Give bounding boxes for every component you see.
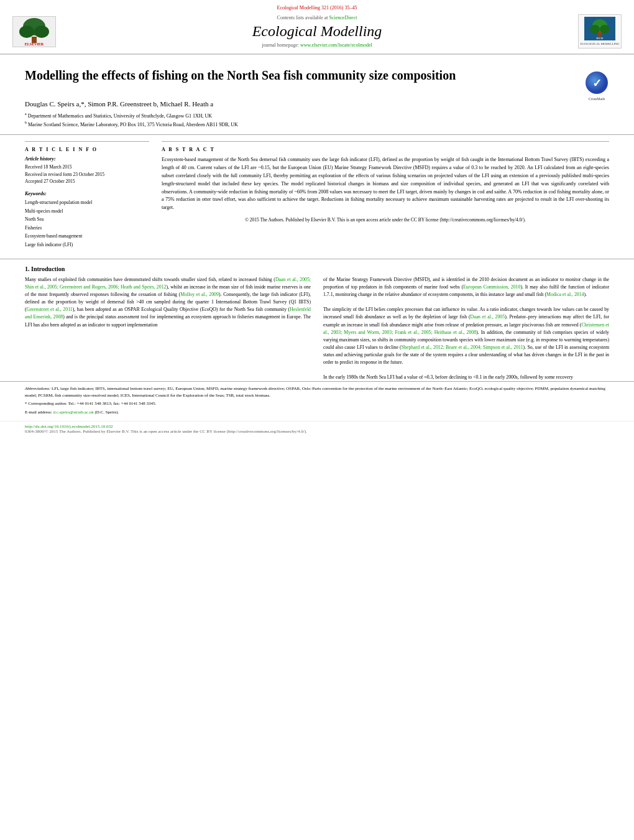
article-info-abstract-row: A R T I C L E I N F O Article history: R… — [0, 135, 634, 255]
accepted-date: Accepted 27 October 2015 — [25, 178, 149, 185]
sciencedirect-link[interactable]: ScienceDirect — [329, 15, 357, 21]
ref-eu-commission-2010[interactable]: European Commission, 2010 — [463, 284, 520, 290]
keywords-block: Keywords: Length-structured population m… — [25, 191, 149, 249]
ref-modica-2014[interactable]: Modica et al., 2014 — [546, 292, 584, 297]
journal-title: Ecological Modelling — [68, 23, 566, 40]
eco-logo-text: ECOLOGICAL MODELLING — [581, 42, 620, 47]
page-container: Ecological Modelling 321 (2016) 35–45 EL… — [0, 0, 634, 840]
keyword-1: Length-structured population model — [25, 198, 149, 207]
keyword-4: Fisheries — [25, 224, 149, 233]
article-history-block: Article history: Received 18 March 2015 … — [25, 156, 149, 185]
ref-heath-2012[interactable]: Heath and Speirs, 2012 — [121, 284, 167, 290]
abstract-label: A B S T R A C T — [162, 147, 609, 152]
affiliations: a Department of Mathematics and Statisti… — [25, 111, 609, 128]
footer-doi: http://dx.doi.org/10.1016/j.ecolmodel.20… — [25, 424, 609, 429]
affiliation-a: a Department of Mathematics and Statisti… — [25, 111, 609, 120]
footer-bar: http://dx.doi.org/10.1016/j.ecolmodel.20… — [0, 421, 634, 436]
affiliation-b-text: Marine Scotland Science, Marine Laborato… — [28, 121, 238, 127]
journal-header: Ecological Modelling 321 (2016) 35–45 EL… — [0, 0, 634, 55]
email-label: E-mail address: — [25, 410, 52, 415]
doi-link[interactable]: http://dx.doi.org/10.1016/j.ecolmodel.20… — [25, 424, 113, 429]
keywords-list: Length-structured population model Multi… — [25, 198, 149, 249]
svg-rect-10 — [598, 32, 602, 37]
elsevier-logo: ELSEVIER — [12, 16, 56, 47]
abbreviations-label: Abbreviations: — [25, 386, 50, 391]
article-header: Modelling the effects of fishing on the … — [0, 55, 634, 135]
article-title-row: Modelling the effects of fishing on the … — [25, 67, 609, 95]
body-right-text: of the Marine Strategy Framework Directi… — [323, 276, 609, 381]
journal-ref: Ecological Modelling 321 (2016) 35–45 — [12, 5, 622, 11]
abstract-text: Ecosystem-based management of the North … — [162, 156, 609, 212]
copyright-text: © 2015 The Authors. Published by Elsevie… — [162, 217, 609, 223]
journal-ref-text: Ecological Modelling 321 (2016) 35–45 — [277, 5, 357, 11]
svg-text:ECO: ECO — [597, 37, 604, 40]
authors: Douglas C. Speirs a,*, Simon P.R. Greens… — [25, 100, 609, 108]
abbreviations-text: LFI, large fish indicator; IBTS, interna… — [25, 386, 605, 398]
corresponding-text: * Corresponding author. Tel.: +44 0141 5… — [25, 401, 156, 406]
email-name: (D.C. Speirs). — [94, 410, 119, 415]
footer-issn: 0304-3800/© 2015 The Authors. Published … — [25, 429, 609, 434]
body-content: 1. Introduction Many studies of exploite… — [0, 259, 634, 381]
ref-christensen-2003[interactable]: Christensen et al., 2003; Myers and Worm… — [323, 322, 609, 335]
eco-logo-inner: ECO ECOLOGICAL MODELLING — [581, 17, 620, 47]
article-info-label: A R T I C L E I N F O — [25, 147, 149, 152]
journal-homepage: journal homepage: www.elsevier.com/locat… — [68, 42, 566, 48]
abbreviations-footnote: Abbreviations: LFI, large fish indicator… — [25, 385, 609, 399]
svg-point-2 — [19, 25, 34, 38]
homepage-text: journal homepage: — [262, 42, 299, 48]
ref-shephard-2012[interactable]: Shephard et al., 2012; Beare et al., 200… — [402, 344, 523, 350]
ref-molloy-2009[interactable]: Molloy et al., 2009 — [180, 292, 219, 297]
ref-daan-2005[interactable]: Daan et al., 2005; Shin et al., 2005; Gr… — [25, 277, 311, 290]
eco-logo: ECO ECOLOGICAL MODELLING — [578, 14, 622, 48]
received-date: Received 18 March 2015 — [25, 164, 149, 170]
svg-point-3 — [34, 25, 49, 38]
abstract-section: A B S T R A C T Ecosystem-based manageme… — [162, 141, 609, 255]
crossmark-label: CrossMark — [584, 97, 609, 101]
svg-text:ELSEVIER: ELSEVIER — [25, 42, 44, 46]
contents-available: Contents lists available at ScienceDirec… — [68, 15, 566, 21]
corresponding-footnote: * Corresponding author. Tel.: +44 0141 5… — [25, 400, 609, 407]
elsevier-logo-box: ELSEVIER — [12, 16, 56, 47]
history-title: Article history: — [25, 156, 149, 162]
article-title: Modelling the effects of fishing on the … — [25, 67, 456, 83]
affiliation-b: b Marine Scotland Science, Marine Labora… — [25, 120, 609, 129]
email-footnote: E-mail address: d.c.speirs@strath.ac.uk … — [25, 409, 609, 416]
ref-daan-2005-2[interactable]: Daan et al., 2005 — [471, 314, 505, 320]
keyword-3: North Sea — [25, 215, 149, 224]
footnotes: Abbreviations: LFI, large fish indicator… — [0, 381, 634, 421]
body-right-col: of the Marine Strategy Framework Directi… — [323, 276, 609, 381]
authors-text: Douglas C. Speirs a,*, Simon P.R. Greens… — [25, 100, 213, 108]
homepage-link[interactable]: www.elsevier.com/locate/ecolmodel — [300, 42, 372, 48]
crossmark-svg: ✓ — [584, 70, 609, 95]
ref-greenstreet-2011[interactable]: Greenstreet et al., 2011 — [27, 307, 73, 312]
eco-logo-icon: ECO — [584, 17, 615, 40]
revised-date: Received in revised form 23 October 2015 — [25, 171, 149, 178]
elsevier-tree-icon: ELSEVIER — [13, 17, 55, 47]
keyword-5: Ecosystem-based management — [25, 232, 149, 241]
copyright-span: © 2015 The Authors. Published by Elsevie… — [245, 217, 526, 223]
journal-center: Contents lists available at ScienceDirec… — [56, 15, 578, 48]
keyword-2: Multi-species model — [25, 207, 149, 216]
keywords-title: Keywords: — [25, 191, 149, 196]
svg-text:✓: ✓ — [592, 77, 602, 90]
crossmark-icon[interactable]: ✓ CrossMark — [584, 70, 609, 95]
body-left-text: Many studies of exploited fish communiti… — [25, 276, 311, 329]
body-left-col: Many studies of exploited fish communiti… — [25, 276, 311, 381]
section1-header: 1. Introduction — [25, 265, 609, 272]
article-info: A R T I C L E I N F O Article history: R… — [25, 141, 149, 255]
affiliation-a-text: Department of Mathematics and Statistics… — [28, 113, 212, 119]
contents-text: Contents lists available at — [277, 15, 328, 21]
journal-header-inner: ELSEVIER Contents lists available at Sci… — [12, 14, 622, 48]
email-link[interactable]: d.c.speirs@strath.ac.uk — [53, 410, 94, 415]
keyword-6: Large fish indicator (LFI) — [25, 241, 149, 249]
body-two-col: Many studies of exploited fish communiti… — [25, 276, 609, 381]
